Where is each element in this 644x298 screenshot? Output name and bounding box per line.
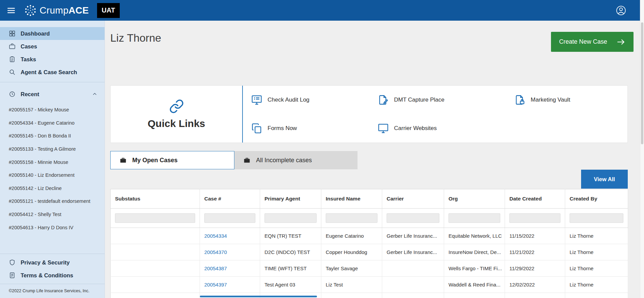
cell-created-by: Liz Thorne [565, 260, 628, 277]
quick-link-carrier-websites[interactable]: Carrier Websites [377, 123, 514, 134]
cell-case-number: 20054397 [200, 277, 260, 293]
chevron-up-icon[interactable] [92, 91, 98, 97]
brand-dots-icon [24, 4, 37, 17]
cell-org: Equitable Network, LLC [444, 228, 505, 244]
case-number-link[interactable]: 20054387 [204, 265, 227, 271]
sidebar-item-label: Cases [21, 43, 37, 50]
recent-section-header[interactable]: Recent [0, 88, 105, 101]
brand-logo: CrumpACE [24, 4, 89, 17]
cell-org: Waddell & Reed Fina... [444, 277, 505, 293]
filter-cell [321, 209, 382, 228]
arrow-right-icon [617, 38, 625, 46]
hamburger-menu-icon[interactable] [6, 5, 16, 16]
column-filter-input[interactable] [570, 213, 623, 223]
cell-org: InsureNow Direct, De... [444, 244, 505, 260]
recent-case-link[interactable]: #20055158 - Minnie Mouse [0, 155, 105, 169]
sidebar-item-tasks[interactable]: Tasks [0, 53, 105, 66]
sidebar-footer: Privacy & Security Terms & Conditions ©2… [0, 254, 105, 298]
case-number-link[interactable]: 20054334 [204, 233, 227, 239]
quick-link-forms-now[interactable]: Forms Now [251, 123, 377, 134]
filter-cell [200, 209, 260, 228]
recent-case-link[interactable]: #20054412 - Shelly Test [0, 208, 105, 221]
recent-case-link[interactable]: #20055145 - Don B Bonda II [0, 129, 105, 143]
column-filter-input[interactable] [115, 213, 195, 223]
case-number-link[interactable]: 20054397 [204, 282, 227, 288]
quick-link-label: Check Audit Log [268, 97, 309, 103]
column-header[interactable]: Insured Name [321, 189, 382, 209]
cell-case-number: 20054334 [200, 228, 260, 244]
column-filter-input[interactable] [326, 213, 377, 223]
cell-insured-name: Tayler Savage [321, 260, 382, 277]
cell-carrier: Gerber Life Insuranc... [382, 244, 444, 260]
quick-link-check-audit-log[interactable]: Check Audit Log [251, 94, 377, 106]
quick-link-dmt-capture-place[interactable]: DMT Capture Place [377, 94, 514, 106]
briefcase-icon [9, 43, 16, 50]
column-header[interactable]: Case # [200, 189, 260, 209]
cell-carrier: Gerber Life Insuranc... [382, 228, 444, 244]
column-header[interactable]: Org [444, 189, 505, 209]
recent-case-link[interactable]: #20055140 - Liz Endorsement [0, 169, 105, 182]
table-row: 20054397 Test Agent 03 Liz Test Waddell … [111, 277, 628, 293]
sidebar-item-terms-conditions[interactable]: Terms & Conditions [0, 269, 105, 282]
recent-case-link[interactable]: #20055133 - Testing A Gilmore [0, 143, 105, 156]
table-row: 20054387 TIME (WFT) TEST Tayler Savage W… [111, 260, 628, 277]
cell-created-by: Liz Thorne [565, 244, 628, 260]
column-header[interactable]: Substatus [111, 189, 200, 209]
cell-substatus [111, 244, 200, 260]
column-filter-input[interactable] [204, 213, 255, 223]
quick-links-panel: Quick Links Check Audit Log DMT Capture … [110, 85, 628, 143]
column-header[interactable]: Carrier [382, 189, 444, 209]
column-header[interactable]: Created By [565, 189, 628, 209]
create-new-case-button[interactable]: Create New Case [551, 32, 634, 52]
sidebar-item-label: Dashboard [21, 30, 50, 37]
tab-my-open-cases[interactable]: My Open Cases [110, 151, 234, 169]
tab-all-incomplete-cases[interactable]: All Incomplete cases [234, 151, 358, 169]
tab-label: All Incomplete cases [256, 157, 312, 164]
sidebar-item-cases[interactable]: Cases [0, 40, 105, 53]
sidebar-item-label: Tasks [21, 56, 36, 63]
divider [0, 82, 105, 82]
sidebar-item-dashboard[interactable]: Dashboard [0, 27, 105, 40]
cell-carrier [382, 260, 444, 277]
column-filter-input[interactable] [264, 213, 317, 223]
topbar: CrumpACE UAT [0, 0, 640, 21]
sidebar-item-privacy-security[interactable]: Privacy & Security [0, 256, 105, 269]
quick-link-label: DMT Capture Place [394, 97, 444, 103]
view-all-button[interactable]: View All [581, 170, 628, 189]
marketing-vault-icon [514, 94, 526, 106]
sidebar-item-label: Agent & Case Search [21, 69, 77, 76]
cell-case-number: 20054370 [200, 244, 260, 260]
recent-case-link[interactable]: #20055157 - Mickey Mouse [0, 103, 105, 116]
recent-case-link[interactable]: #20054613 - Harry D Dons IV [0, 221, 105, 234]
cell-carrier [382, 277, 444, 293]
recent-case-link[interactable]: #20055121 - testdefault endorsement [0, 195, 105, 208]
capture-edit-icon [377, 94, 389, 106]
column-filter-input[interactable] [509, 213, 560, 223]
column-header[interactable]: Primary Agent [260, 189, 321, 209]
recent-case-link[interactable]: #20055142 - Liz Decline [0, 182, 105, 195]
partially-visible-row-element [200, 296, 317, 297]
recent-case-link[interactable]: #20054334 - Eugene Catarino [0, 116, 105, 130]
filter-cell [444, 209, 505, 228]
filter-cell [111, 209, 200, 228]
cell-date-created: 11/21/2022 [505, 244, 565, 260]
column-filter-input[interactable] [448, 213, 500, 223]
case-number-link[interactable]: 20054370 [204, 249, 227, 255]
briefcase-icon [243, 156, 251, 164]
copyright-text: ©2022 Crump Life Insurance Services, Inc… [0, 284, 105, 298]
cell-insured-name: Copper Hounddog [321, 244, 382, 260]
sidebar: Dashboard Cases Tasks Agent & Case Searc… [0, 21, 105, 298]
vertical-scrollbar[interactable] [640, 0, 644, 298]
cell-date-created: 11/15/2022 [505, 228, 565, 244]
quick-link-marketing-vault[interactable]: Marketing Vault [514, 94, 627, 106]
column-header[interactable]: Date Created [505, 189, 565, 209]
scrollbar-thumb[interactable] [641, 22, 643, 144]
quick-link-label: Carrier Websites [394, 125, 437, 132]
quick-links-title: Quick Links [147, 118, 205, 129]
sidebar-item-label: Privacy & Security [21, 259, 70, 266]
user-profile-icon[interactable] [616, 5, 626, 16]
sidebar-item-agent-case-search[interactable]: Agent & Case Search [0, 66, 105, 79]
filter-cell [565, 209, 628, 228]
sidebar-item-label: Terms & Conditions [21, 272, 73, 279]
column-filter-input[interactable] [387, 213, 439, 223]
